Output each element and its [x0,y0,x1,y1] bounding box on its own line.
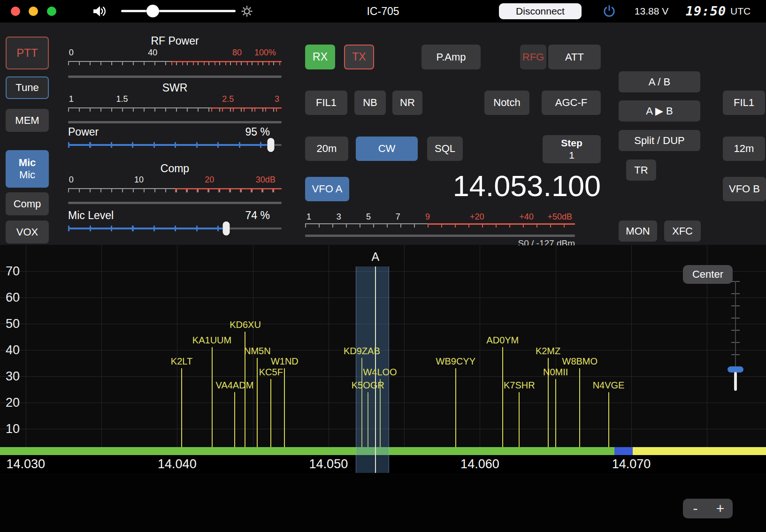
ptt-button[interactable]: PTT [6,37,49,69]
signal-callsign-label: K5OGR [352,380,384,391]
power-slider-handle[interactable] [268,138,275,152]
a-to-b-button[interactable]: A ▶ B [619,100,700,122]
rf-power-scale: 04080100% [68,48,282,59]
scale-tick-label: 1 [306,212,311,222]
frequency-display[interactable]: 14.053.100 [399,164,601,207]
mic-button[interactable]: Mic Mic [6,150,49,188]
swr-tickline [68,107,282,112]
swr-meter-title: SWR [68,82,282,94]
band-select-button[interactable]: 20m [305,137,348,161]
mic-level-row: Mic Level 74 % [68,209,270,221]
signal-callsign-label: WB9CYY [436,356,475,367]
rf-gain-button[interactable]: RFG [520,45,546,69]
bottom-bar: - + [0,473,766,532]
band-plan-segment [633,447,766,455]
signal-callsign-label: KD6XU [230,319,261,330]
span-minus-button[interactable]: - [683,499,708,518]
x-axis-label: 14.060 [460,457,499,471]
filter-button[interactable]: FIL1 [305,91,347,115]
comp-button[interactable]: Comp [6,192,49,215]
power-slider-fill [68,142,271,148]
scale-tick-label: 9 [425,212,430,222]
tune-button[interactable]: Tune [6,76,49,99]
signal-callsign-label: KD9ZAB [344,346,380,357]
scale-tick-label: 1.5 [116,94,128,104]
rf-power-meter-track [68,76,282,78]
rx-button[interactable]: RX [305,45,335,69]
scale-tick-label: 3 [275,94,279,104]
s-meter-scale: 13579+20+40+50dB [305,212,575,223]
xfc-button[interactable]: XFC [664,220,701,242]
center-button[interactable]: Center [683,265,733,284]
voltage-readout: 13.88 V [624,0,679,23]
mem-button[interactable]: MEM [6,109,49,132]
signal-line [234,392,235,447]
scale-tick-label: +40 [519,212,534,222]
power-slider-row: Power 95 % [68,126,270,138]
grid-line-vertical [101,245,102,447]
vfo-a-button[interactable]: VFO A [305,177,349,201]
rf-power-meter-title: RF Power [68,35,282,47]
swr-red-zone [211,107,282,112]
vox-button[interactable]: VOX [6,220,49,243]
disconnect-button[interactable]: Disconnect [499,3,582,19]
y-axis-label: 30 [6,369,26,384]
scale-tick-label: 1 [69,94,74,104]
scale-tick-label: +50dB [548,212,573,222]
tr-button[interactable]: TR [626,160,656,181]
signal-callsign-label: W1ND [271,356,299,367]
signal-callsign-label: K7SHR [504,380,535,391]
tx-button[interactable]: TX [344,45,374,69]
step-button-value: 1 [569,149,574,161]
signal-callsign-label: KC5F [259,367,283,378]
scale-tick-label: 5 [366,212,371,222]
y-axis-label: 50 [6,317,26,331]
split-dup-button[interactable]: Split / DUP [619,130,700,151]
control-panel: PTT Tune MEM Mic Mic Comp VOX RF Power 0… [0,23,766,245]
signal-line [257,358,258,447]
signal-callsign-label: AD0YM [486,335,519,346]
vfo-b-button[interactable]: VFO B [723,177,766,201]
swr-scale: 11.52.53 [68,94,282,106]
mic-level-slider-handle[interactable] [222,221,230,236]
monitor-button[interactable]: MON [619,220,657,242]
filter-button-b[interactable]: FIL1 [723,91,765,115]
comp-scale: 0102030dB [68,175,282,186]
notch-button[interactable]: Notch [484,91,529,115]
mic-level-slider[interactable] [68,221,282,236]
signal-callsign-label: VA4ADM [216,380,254,391]
mode-button[interactable]: CW [356,137,418,161]
scale-tick-label: 20 [205,175,214,185]
agc-button[interactable]: AGC-F [542,91,601,115]
attenuator-button[interactable]: ATT [548,45,601,69]
scale-tick-label: +20 [470,212,484,222]
signal-line [455,368,456,447]
s-meter-track [305,235,575,237]
noise-reduction-button[interactable]: NR [392,91,422,115]
signal-line [270,379,271,447]
signal-line [212,347,213,447]
grid-line-vertical [329,245,329,447]
squelch-button[interactable]: SQL [427,137,463,161]
signal-callsign-label: N4VGE [593,380,625,391]
s-meter-red-zone [428,223,575,228]
span-plus-button[interactable]: + [708,499,733,518]
signal-callsign-label: N0MII [543,367,568,378]
power-slider-label: Power [68,126,99,138]
x-axis-label: 14.050 [309,457,348,471]
signal-line [519,392,520,447]
step-button[interactable]: Step 1 [543,135,601,163]
comp-meter-title: Comp [68,162,282,175]
x-axis-label: 14.030 [7,457,46,471]
rf-power-tickline [68,61,282,65]
spectrum-plot[interactable]: A Center 70605040302010K2LTKA1UUMVA4ADMK… [0,245,766,447]
step-button-label: Step [561,137,582,149]
power-slider[interactable] [68,138,282,152]
signal-line [555,379,556,447]
preamp-button[interactable]: P.Amp [421,45,481,69]
noise-blanker-button[interactable]: NB [354,91,386,115]
power-icon[interactable] [602,4,616,20]
band-select-button-b[interactable]: 12m [723,137,765,161]
a-b-swap-button[interactable]: A / B [619,71,700,92]
ref-level-slider[interactable] [727,279,744,393]
